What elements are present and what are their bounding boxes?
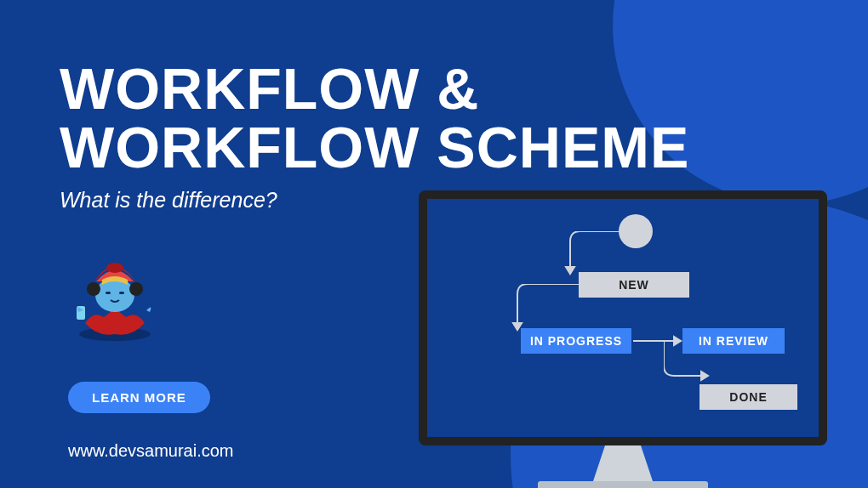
status-box-done: DONE	[700, 384, 797, 410]
status-box-in-progress: IN PROGRESS	[521, 328, 631, 354]
svg-point-2	[106, 263, 123, 273]
svg-marker-11	[701, 372, 708, 380]
website-url: www.devsamurai.com	[68, 441, 234, 461]
svg-point-6	[129, 282, 143, 296]
title-line-2: WORKFLOW SCHEME	[60, 115, 689, 179]
monitor-screen: NEW IN PROGRESS IN REVIEW DONE	[419, 190, 827, 445]
status-box-new: NEW	[579, 272, 689, 298]
mascot-icon	[68, 242, 162, 348]
svg-marker-8	[566, 267, 574, 274]
page-title: WORKFLOW & WORKFLOW SCHEME	[60, 60, 808, 178]
svg-point-5	[87, 282, 100, 296]
svg-rect-4	[119, 292, 124, 294]
monitor-illustration: NEW IN PROGRESS IN REVIEW DONE	[419, 190, 827, 488]
title-line-1: WORKFLOW &	[60, 56, 479, 121]
workflow-diagram: NEW IN PROGRESS IN REVIEW DONE	[427, 199, 819, 437]
svg-point-1	[95, 278, 134, 312]
monitor-stand	[593, 445, 653, 481]
svg-rect-3	[106, 292, 111, 294]
monitor-base	[538, 481, 708, 488]
learn-more-button[interactable]: LEARN MORE	[68, 382, 210, 413]
